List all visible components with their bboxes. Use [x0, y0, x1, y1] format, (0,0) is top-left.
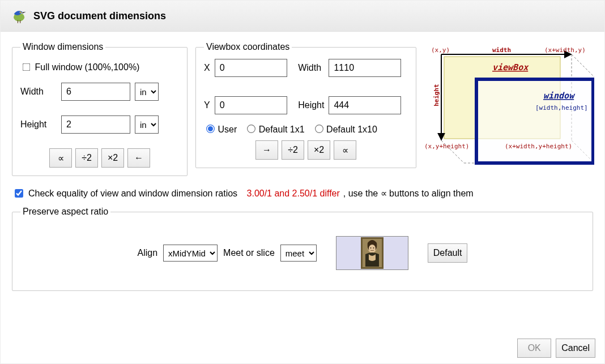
window-width-unit-select[interactable]: in: [135, 83, 159, 101]
ratio-check-checkbox[interactable]: [15, 189, 23, 198]
diagram-label-wh: [width,height]: [535, 104, 588, 112]
window-height-unit-select[interactable]: in: [135, 115, 159, 134]
viewbox-mode-1x1-radio[interactable]: [247, 125, 255, 133]
window-copy-from-viewbox-button[interactable]: ←: [127, 148, 150, 168]
viewbox-copy-from-window-button[interactable]: →: [255, 140, 278, 160]
viewbox-mode-1x10-radio[interactable]: [315, 125, 323, 133]
window-height-input[interactable]: [61, 115, 130, 134]
svg-point-20: [373, 247, 374, 249]
viewbox-height-input[interactable]: [329, 96, 401, 114]
aspect-meet-label: Meet or slice: [223, 248, 275, 258]
ratio-check-row: Check equality of view and window dimens…: [13, 188, 592, 199]
diagram-label-xyh: (x,y+height): [424, 143, 469, 150]
window-double-button[interactable]: ×2: [101, 148, 124, 168]
viewbox-y-label: Y: [204, 100, 210, 110]
legend-viewbox: Viewbox coordinates: [204, 42, 292, 52]
svg-rect-4: [20, 20, 20, 23]
dialog-titlebar: SVG document dimensions: [1, 1, 604, 32]
svg-rect-14: [476, 79, 593, 163]
legend-window-dimensions: Window dimensions: [20, 42, 105, 52]
aspect-preview: [336, 236, 408, 270]
diagram-label-height: height: [433, 84, 440, 106]
viewbox-width-input[interactable]: [329, 59, 401, 77]
legend-aspect-ratio: Preserve aspect ratio: [20, 207, 110, 217]
window-width-input[interactable]: [61, 83, 130, 101]
diagram-label-window: window: [543, 91, 576, 101]
window-half-button[interactable]: ÷2: [75, 148, 98, 168]
viewbox-mode-user[interactable]: User: [204, 123, 237, 135]
viewbox-width-label: Width: [298, 63, 324, 73]
viewbox-x-input[interactable]: [215, 59, 287, 77]
aspect-align-select[interactable]: xMidYMid: [163, 245, 218, 262]
viewbox-height-label: Height: [298, 100, 324, 110]
svg-dimensions-dialog: SVG document dimensions Window dimension…: [0, 0, 605, 364]
aspect-align-label: Align: [138, 248, 158, 258]
viewbox-window-diagram: (x,y) width (x+width,y) height viewBox w…: [424, 42, 594, 177]
full-window-checkbox[interactable]: [23, 63, 31, 71]
fieldset-viewbox: Viewbox coordinates X Width Y Height U: [195, 42, 416, 168]
svg-point-18: [369, 245, 376, 252]
full-window-label[interactable]: Full window (100%,100%): [20, 62, 139, 72]
viewbox-y-input[interactable]: [215, 96, 287, 114]
dialog-title: SVG document dimensions: [33, 10, 166, 22]
viewbox-mode-user-radio[interactable]: [206, 125, 215, 133]
ok-button[interactable]: OK: [517, 339, 551, 358]
svg-rect-3: [18, 20, 18, 23]
diagram-label-xy: (x,y): [431, 46, 450, 54]
app-bird-icon: [8, 5, 28, 27]
viewbox-x-label: X: [204, 63, 210, 73]
diagram-label-xwy: (x+width,y): [544, 46, 586, 54]
window-prop-button[interactable]: ∝: [49, 148, 72, 168]
viewbox-half-button[interactable]: ÷2: [282, 140, 304, 160]
window-height-label: Height: [20, 119, 57, 130]
viewbox-double-button[interactable]: ×2: [308, 140, 330, 160]
viewbox-mode-1x1[interactable]: Default 1x1: [245, 123, 304, 135]
diagram-label-xwyh: (x+width,y+height): [505, 143, 572, 150]
diagram-label-viewbox: viewBox: [492, 62, 529, 72]
ratio-check-label: Check equality of view and window dimens…: [28, 189, 237, 199]
svg-point-19: [370, 247, 371, 249]
dialog-footer: OK Cancel: [517, 339, 595, 358]
viewbox-prop-button[interactable]: ∝: [334, 140, 356, 160]
aspect-meet-select[interactable]: meet: [280, 245, 317, 262]
ratio-diff-text: 3.00/1 and 2.50/1 differ: [247, 189, 340, 199]
diagram-label-width: width: [492, 46, 511, 54]
cancel-button[interactable]: Cancel: [556, 339, 595, 358]
svg-point-2: [20, 12, 21, 12]
aspect-default-button[interactable]: Default: [428, 243, 468, 263]
ratio-hint-text: , use the ∝ buttons to align them: [343, 188, 474, 199]
fieldset-aspect-ratio: Preserve aspect ratio Align xMidYMid Mee…: [12, 207, 593, 291]
viewbox-mode-1x10[interactable]: Default 1x10: [313, 123, 377, 135]
fieldset-window-dimensions: Window dimensions Full window (100%,100%…: [12, 42, 188, 176]
svg-line-8: [572, 54, 594, 77]
window-width-label: Width: [20, 87, 57, 97]
